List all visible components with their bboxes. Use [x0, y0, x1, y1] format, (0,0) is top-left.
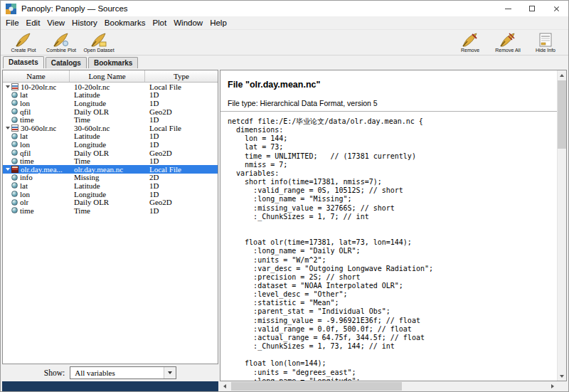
- arrow-left-icon: [223, 384, 226, 388]
- show-label: Show:: [44, 369, 65, 377]
- maximize-button[interactable]: [520, 1, 544, 16]
- variable-icon: [11, 100, 18, 106]
- scroll-right-button[interactable]: [548, 381, 558, 391]
- variable-icon: [11, 182, 18, 189]
- long-name-cell: 30-60olr.nc: [70, 124, 145, 132]
- variable-row[interactable]: latLatitude1D: [3, 132, 218, 141]
- variable-icon: [11, 191, 18, 197]
- variable-row[interactable]: timeTime1D: [3, 115, 218, 124]
- name-text: 10-20olr.nc: [21, 83, 56, 91]
- arrow-right-icon: [551, 384, 554, 388]
- dataset-row[interactable]: olr.day.mea...olr.day.mean.ncLocal File: [3, 165, 218, 174]
- long-name-cell: Time: [70, 206, 145, 215]
- menu-window[interactable]: Window: [170, 18, 206, 28]
- remove-button[interactable]: Remove: [453, 31, 487, 55]
- remove-all-icon: [499, 32, 516, 48]
- vertical-scroll-track[interactable]: [558, 80, 566, 371]
- variable-row[interactable]: qfilDaily OLRGeo2D: [3, 107, 218, 116]
- menu-view[interactable]: View: [43, 18, 68, 28]
- name-text: info: [20, 173, 33, 181]
- menu-bookmarks[interactable]: Bookmarks: [101, 18, 149, 28]
- vertical-scroll-thumb[interactable]: [558, 80, 566, 149]
- variable-row[interactable]: olrDaily OLRGeo2D: [3, 198, 218, 206]
- variable-row[interactable]: timeTime1D: [3, 157, 218, 165]
- type-cell: 1D: [145, 206, 218, 215]
- menu-file[interactable]: File: [2, 18, 23, 28]
- open-dataset-button[interactable]: Open Dataset: [82, 31, 116, 55]
- name-text: time: [20, 115, 34, 124]
- name-cell: lon: [3, 140, 70, 149]
- variable-row[interactable]: lonLongitude1D: [3, 99, 218, 107]
- menu-history[interactable]: History: [68, 18, 101, 28]
- long-name-cell: Missing: [70, 173, 145, 181]
- vertical-scrollbar[interactable]: [557, 70, 566, 381]
- dataset-icon: [11, 125, 18, 132]
- variable-row[interactable]: lonLongitude1D: [3, 140, 218, 149]
- create-plot-button[interactable]: Create Plot: [6, 31, 41, 55]
- file-info-scroll-area[interactable]: File "olr.day.mean.nc" File type: Hierar…: [220, 70, 557, 381]
- remove-all-button[interactable]: Remove All: [491, 31, 525, 55]
- main-area: NameLong NameType 10-20olr.nc10-20olr.nc…: [1, 68, 568, 391]
- show-filter-select[interactable]: All variables: [70, 366, 176, 379]
- toolbar-button-label: Remove: [461, 48, 479, 53]
- close-button[interactable]: [544, 1, 568, 16]
- arrow-down-icon: [560, 375, 564, 378]
- long-name-cell: Daily OLR: [70, 107, 145, 116]
- variable-row[interactable]: lonLongitude1D: [3, 190, 218, 198]
- name-text: qfil: [20, 149, 31, 157]
- toolbar-button-label: Hide Info: [536, 48, 555, 53]
- open-dataset-icon: [90, 32, 107, 48]
- variable-row[interactable]: infoMissing2D: [3, 174, 218, 182]
- long-name-cell: Latitude: [70, 90, 145, 99]
- variable-icon: [11, 207, 18, 213]
- variable-row[interactable]: latLatitude1D: [3, 91, 218, 100]
- variable-row[interactable]: latLatitude1D: [3, 181, 218, 190]
- name-text: lon: [20, 140, 30, 149]
- hide-info-icon: [538, 32, 553, 48]
- expand-arrow-icon[interactable]: [4, 85, 11, 88]
- name-cell: lon: [3, 99, 70, 107]
- tab-bookmarks[interactable]: Bookmarks: [88, 57, 138, 68]
- scroll-left-button[interactable]: [220, 381, 230, 391]
- menu-plot[interactable]: Plot: [149, 18, 170, 28]
- tab-datasets[interactable]: Datasets: [3, 56, 44, 68]
- name-cell: olr: [3, 198, 70, 206]
- name-cell: lat: [3, 181, 70, 190]
- name-cell: lat: [3, 132, 70, 140]
- menu-help[interactable]: Help: [206, 18, 230, 28]
- dataset-row[interactable]: 30-60olr.nc30-60olr.ncLocal File: [3, 124, 218, 132]
- scroll-up-button[interactable]: [558, 70, 566, 80]
- toolbar-left-group: Create PlotCombine PlotOpen Dataset: [6, 31, 116, 55]
- file-info-title: File "olr.day.mean.nc": [228, 80, 557, 90]
- combine-plot-button[interactable]: Combine Plot: [44, 31, 78, 55]
- file-type-line: File type: Hierarchical Data Format, ver…: [228, 99, 557, 107]
- type-cell: 1D: [145, 132, 218, 140]
- variable-row[interactable]: qfilDaily OLRGeo2D: [3, 149, 218, 157]
- variable-row[interactable]: timeTime1D: [3, 206, 218, 215]
- horizontal-scroll-track[interactable]: [230, 381, 548, 391]
- menu-edit[interactable]: Edit: [23, 18, 44, 28]
- horizontal-scroll-thumb[interactable]: [231, 382, 402, 391]
- column-header-name[interactable]: Name: [3, 70, 70, 82]
- name-text: lon: [20, 99, 30, 107]
- tab-catalogs[interactable]: Catalogs: [46, 57, 87, 68]
- column-header-long-name[interactable]: Long Name: [70, 70, 145, 82]
- long-name-cell: Time: [70, 115, 145, 124]
- type-cell: Geo2D: [145, 149, 218, 157]
- expand-arrow-icon[interactable]: [4, 127, 11, 129]
- dataset-row[interactable]: 10-20olr.nc10-20olr.ncLocal File: [3, 83, 218, 91]
- long-name-cell: Longitude: [70, 99, 145, 107]
- toolbar: Create PlotCombine PlotOpen Dataset Remo…: [1, 29, 568, 55]
- expand-arrow-icon[interactable]: [4, 168, 11, 171]
- horizontal-scrollbar[interactable]: [220, 381, 567, 391]
- column-header-type[interactable]: Type: [145, 70, 218, 82]
- tree-body[interactable]: 10-20olr.nc10-20olr.ncLocal FilelatLatit…: [3, 83, 218, 364]
- hide-info-button[interactable]: Hide Info: [528, 31, 563, 55]
- combine-plot-icon: [53, 32, 70, 48]
- long-name-cell: Latitude: [70, 132, 145, 140]
- name-cell: olr.day.mea...: [3, 165, 70, 174]
- minimize-button[interactable]: [496, 1, 520, 16]
- show-filter-value: All variables: [75, 369, 115, 377]
- scroll-down-button[interactable]: [558, 371, 566, 381]
- sources-panel: NameLong NameType 10-20olr.nc10-20olr.nc…: [2, 70, 218, 391]
